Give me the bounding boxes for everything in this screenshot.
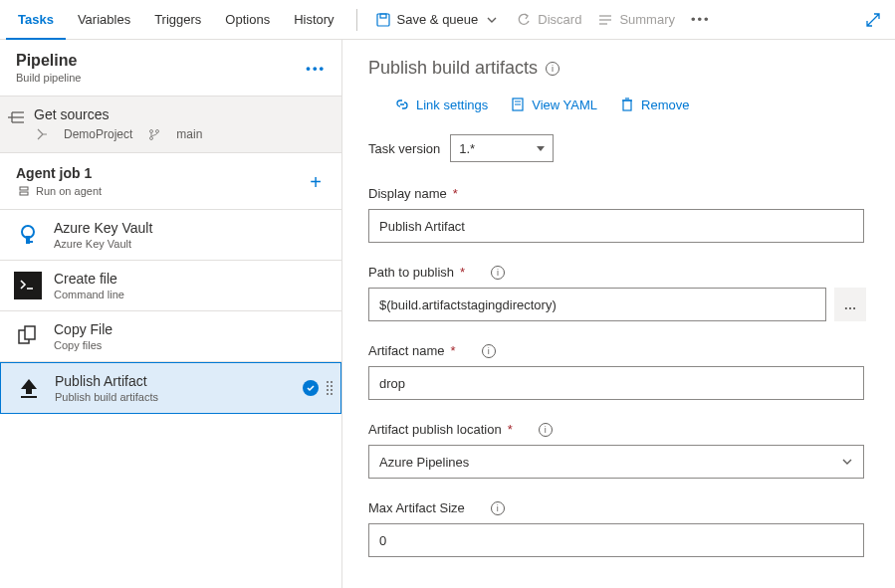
save-queue-button[interactable]: Save & queue — [367, 4, 509, 36]
artifact-name-label: Artifact name — [368, 343, 445, 358]
required-icon: * — [453, 186, 458, 201]
svg-rect-21 — [21, 396, 37, 398]
task-create-file[interactable]: Create file Command line — [0, 261, 341, 311]
svg-point-12 — [150, 137, 153, 140]
detail-title: Publish build artifacts — [368, 58, 538, 79]
pipeline-more-button[interactable]: ••• — [306, 61, 326, 76]
info-icon[interactable]: i — [546, 62, 559, 76]
link-icon — [394, 97, 410, 112]
tab-triggers[interactable]: Triggers — [142, 0, 213, 40]
agent-job-header[interactable]: Agent job 1 Run on agent + — [0, 153, 341, 210]
info-icon[interactable]: i — [539, 423, 553, 437]
tab-bar: Tasks Variables Triggers Options History… — [0, 0, 895, 40]
info-icon[interactable]: i — [491, 266, 505, 280]
expand-icon — [865, 12, 881, 28]
max-size-label: Max Artifact Size — [368, 500, 465, 515]
yaml-icon — [510, 97, 526, 112]
tab-history[interactable]: History — [282, 0, 345, 40]
repo-name: DemoProject — [64, 127, 132, 141]
task-version-select[interactable]: 1.* — [450, 134, 554, 162]
more-button[interactable]: ••• — [683, 4, 719, 36]
get-sources-row[interactable]: Get sources DemoProject main — [0, 97, 341, 153]
display-name-label: Display name — [368, 186, 447, 201]
discard-button: Discard — [508, 4, 589, 36]
trash-icon — [619, 97, 635, 112]
task-subtitle: Azure Key Vault — [54, 238, 152, 250]
branch-name: main — [176, 127, 202, 141]
path-label: Path to publish — [368, 265, 454, 280]
copy-icon — [14, 322, 42, 350]
task-status-icon — [303, 380, 319, 396]
tab-variables[interactable]: Variables — [66, 0, 142, 40]
info-icon[interactable]: i — [491, 501, 505, 515]
agent-job-subtitle: Run on agent — [16, 183, 102, 199]
chevron-down-icon — [841, 456, 853, 468]
task-publish-artifact[interactable]: Publish Artifact Publish build artifacts — [0, 362, 341, 414]
task-name: Publish Artifact — [55, 373, 158, 389]
task-detail-panel: Publish build artifacts i Link settings … — [342, 40, 895, 588]
display-name-input[interactable] — [368, 209, 864, 243]
save-queue-label: Save & queue — [397, 12, 479, 27]
browse-path-button[interactable]: … — [834, 288, 866, 321]
tab-options[interactable]: Options — [213, 0, 282, 40]
svg-rect-14 — [20, 192, 28, 195]
location-label: Artifact publish location — [368, 422, 502, 437]
repo-icon — [34, 126, 50, 142]
remove-button[interactable]: Remove — [619, 97, 689, 112]
summary-icon — [597, 12, 613, 28]
summary-label: Summary — [619, 12, 675, 27]
svg-rect-1 — [380, 14, 386, 18]
tab-tasks[interactable]: Tasks — [6, 0, 66, 40]
get-sources-label: Get sources — [34, 106, 326, 122]
svg-point-10 — [150, 130, 153, 133]
svg-point-11 — [156, 130, 159, 133]
keyvault-icon — [14, 221, 42, 249]
publish-icon — [15, 374, 43, 402]
required-icon: * — [460, 265, 465, 280]
task-name: Azure Key Vault — [54, 220, 152, 236]
server-icon — [16, 183, 32, 199]
sources-icon — [8, 109, 24, 125]
commandline-icon — [14, 272, 42, 299]
summary-button: Summary — [589, 4, 683, 36]
agent-job-title: Agent job 1 — [16, 165, 102, 181]
pipeline-tree: Pipeline Build pipeline ••• Get sources … — [0, 40, 342, 588]
view-yaml-button[interactable]: View YAML — [510, 97, 597, 112]
separator — [356, 9, 357, 31]
path-input[interactable] — [368, 288, 826, 321]
fullscreen-button[interactable] — [857, 4, 889, 36]
task-version-label: Task version — [368, 141, 440, 156]
add-task-button[interactable]: + — [304, 171, 328, 194]
task-name: Create file — [54, 271, 124, 287]
task-subtitle: Publish build artifacts — [55, 391, 158, 403]
save-icon — [375, 12, 391, 28]
svg-rect-13 — [20, 187, 28, 190]
undo-icon — [516, 12, 532, 28]
svg-rect-25 — [623, 100, 631, 110]
required-icon: * — [508, 422, 513, 437]
link-settings-button[interactable]: Link settings — [394, 97, 488, 112]
branch-icon — [146, 126, 162, 142]
pipeline-subtitle: Build pipeline — [16, 72, 81, 84]
info-icon[interactable]: i — [482, 344, 496, 358]
location-select[interactable]: Azure Pipelines — [368, 445, 864, 479]
required-icon: * — [451, 343, 456, 358]
chevron-down-icon — [484, 12, 500, 28]
drag-handle-icon[interactable] — [327, 381, 329, 395]
task-subtitle: Command line — [54, 289, 124, 300]
artifact-name-input[interactable] — [368, 366, 864, 400]
task-name: Copy File — [54, 321, 112, 337]
svg-rect-17 — [26, 241, 33, 243]
task-copy-file[interactable]: Copy File Copy files — [0, 311, 341, 362]
pipeline-header[interactable]: Pipeline Build pipeline ••• — [0, 40, 341, 97]
pipeline-title: Pipeline — [16, 52, 81, 70]
task-subtitle: Copy files — [54, 339, 112, 351]
svg-rect-0 — [377, 14, 389, 26]
task-azure-key-vault[interactable]: Azure Key Vault Azure Key Vault — [0, 210, 341, 261]
discard-label: Discard — [538, 12, 581, 27]
svg-rect-20 — [25, 326, 35, 339]
max-size-input[interactable] — [368, 523, 864, 557]
